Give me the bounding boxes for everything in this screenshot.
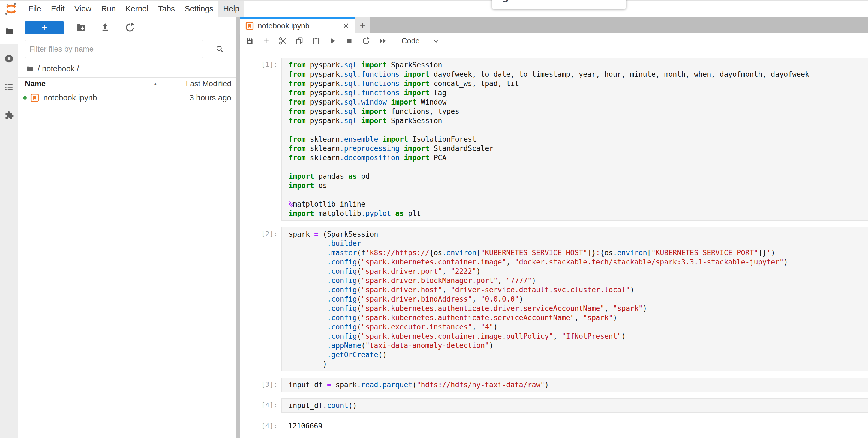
code-cell[interactable]: [1]:from pyspark.sql import SparkSession… bbox=[240, 58, 868, 221]
chevron-down-icon[interactable] bbox=[433, 37, 440, 45]
new-launcher-button[interactable]: + bbox=[25, 21, 64, 34]
sidebar-tab-running-sessions[interactable] bbox=[0, 45, 18, 73]
paste-cells-button[interactable] bbox=[311, 35, 321, 47]
notebook-toolbar: Code bbox=[240, 33, 868, 49]
code-line: .config("spark.driver.bindAddress", "0.0… bbox=[288, 294, 868, 304]
cell-prompt: [4]: bbox=[240, 419, 281, 433]
code-line: from pyspark.sql.functions import dayofw… bbox=[288, 69, 868, 79]
running-indicator-dot bbox=[23, 96, 27, 99]
code-line: from pyspark.sql.functions import lag bbox=[288, 88, 868, 97]
menu-item-tabs[interactable]: Tabs bbox=[153, 1, 180, 17]
code-line: import pandas as pd bbox=[288, 172, 868, 181]
code-cell[interactable]: [3]:input_df = spark.read.parquet("hdfs:… bbox=[240, 378, 868, 392]
browser-popup: github.com bbox=[492, 0, 626, 9]
file-row[interactable]: notebook.ipynb 3 hours ago bbox=[18, 90, 236, 105]
code-line: .config("spark.driver.blockManager.port"… bbox=[288, 276, 868, 285]
column-header-name[interactable]: Name ▲ bbox=[18, 78, 162, 90]
menu: FileEditViewRunKernelTabsSettingsHelp bbox=[24, 1, 244, 17]
code-line bbox=[288, 190, 868, 200]
code-line: .master(f'k8s://https://{os.environ["KUB… bbox=[288, 248, 868, 257]
notebook-file-icon bbox=[30, 93, 39, 102]
code-line: .config("spark.executor.instances", "4") bbox=[288, 322, 868, 331]
menu-item-help[interactable]: Help bbox=[218, 1, 244, 17]
code-line: input_df.count() bbox=[288, 401, 868, 410]
column-header-last-modified[interactable]: Last Modified bbox=[162, 80, 236, 88]
code-line bbox=[288, 163, 868, 172]
save-icon bbox=[245, 37, 254, 45]
code-line: from pyspark.sql.functions import concat… bbox=[288, 79, 868, 88]
code-line: .builder bbox=[288, 239, 868, 248]
restart-run-all-button[interactable] bbox=[377, 35, 388, 47]
restart-kernel-button[interactable] bbox=[361, 35, 371, 47]
code-line: .config("spark.kubernetes.container.imag… bbox=[288, 331, 868, 341]
close-icon bbox=[342, 22, 350, 30]
menu-item-kernel[interactable]: Kernel bbox=[121, 1, 153, 17]
sidebar-tab-table-of-contents[interactable] bbox=[0, 73, 18, 101]
menu-item-file[interactable]: File bbox=[24, 1, 46, 17]
list-icon bbox=[4, 82, 14, 92]
filter-files-input[interactable] bbox=[25, 40, 203, 58]
cut-cells-button[interactable] bbox=[277, 35, 288, 47]
tab-title: notebook.ipynb bbox=[258, 22, 338, 30]
sort-ascending-icon: ▲ bbox=[153, 81, 157, 86]
sidebar-resizer[interactable] bbox=[236, 17, 240, 438]
stop-kernel-button[interactable] bbox=[344, 35, 355, 47]
tab-notebook[interactable]: notebook.ipynb bbox=[240, 17, 354, 33]
run-cell-button[interactable] bbox=[327, 35, 338, 47]
cell-prompt: [1]: bbox=[240, 58, 281, 221]
breadcrumb-path[interactable]: / notebook / bbox=[38, 64, 79, 74]
plus-icon bbox=[262, 37, 270, 45]
cell-editor[interactable]: input_df.count() bbox=[281, 399, 868, 413]
menu-item-settings[interactable]: Settings bbox=[180, 1, 218, 17]
cell-prompt: [4]: bbox=[240, 399, 281, 413]
close-tab-button[interactable] bbox=[342, 22, 350, 30]
refresh-button[interactable] bbox=[124, 22, 136, 34]
output-text: 12106669 bbox=[281, 419, 868, 433]
clipboard-icon bbox=[312, 37, 320, 45]
code-line: from pyspark.sql import SparkSession bbox=[288, 116, 868, 125]
code-line: input_df = spark.read.parquet("hdfs://hd… bbox=[288, 380, 868, 389]
cell-prompt: [2]: bbox=[240, 227, 281, 371]
copy-cells-button[interactable] bbox=[294, 35, 305, 47]
code-line: .config("spark.kubernetes.container.imag… bbox=[288, 257, 868, 267]
add-cell-button[interactable] bbox=[261, 35, 272, 47]
cell-editor[interactable]: from pyspark.sql import SparkSessionfrom… bbox=[281, 58, 868, 221]
code-line bbox=[288, 125, 868, 135]
file-modified: 3 hours ago bbox=[189, 93, 236, 103]
new-tab-button[interactable]: + bbox=[355, 17, 370, 33]
cell-editor[interactable]: spark = (SparkSession .builder .master(f… bbox=[281, 227, 868, 371]
code-line: from sklearn.preprocessing import Standa… bbox=[288, 144, 868, 153]
code-line: .getOrCreate() bbox=[288, 350, 868, 359]
menu-item-run[interactable]: Run bbox=[96, 1, 121, 17]
code-line: from pyspark.sql import functions, types bbox=[288, 107, 868, 116]
code-cell[interactable]: [4]:input_df.count() bbox=[240, 399, 868, 413]
breadcrumb[interactable]: / notebook / bbox=[18, 58, 236, 78]
cell-editor[interactable]: input_df = spark.read.parquet("hdfs://hd… bbox=[281, 378, 868, 392]
code-line: from pyspark.sql import SparkSession bbox=[288, 60, 868, 69]
code-cell[interactable]: [2]:spark = (SparkSession .builder .mast… bbox=[240, 227, 868, 371]
menu-item-edit[interactable]: Edit bbox=[46, 1, 69, 17]
output-area[interactable]: [4]:12106669 bbox=[240, 419, 868, 433]
file-browser-panel: + bbox=[18, 18, 236, 438]
file-name: notebook.ipynb bbox=[43, 93, 97, 103]
menu-item-view[interactable]: View bbox=[69, 1, 96, 17]
sidebar-tab-file-browser[interactable] bbox=[0, 18, 18, 45]
scissors-icon bbox=[278, 36, 287, 45]
notebook-cells: [1]:from pyspark.sql import SparkSession… bbox=[240, 49, 868, 438]
sidebar-tab-strip bbox=[0, 18, 18, 438]
copy-icon bbox=[295, 37, 304, 45]
code-line: .config("spark.driver.host", "driver-ser… bbox=[288, 285, 868, 294]
save-button[interactable] bbox=[244, 35, 255, 47]
sidebar-tab-extensions[interactable] bbox=[0, 101, 18, 129]
upload-button[interactable] bbox=[99, 22, 111, 34]
code-line: import matplotlib.pyplot as plt bbox=[288, 209, 868, 218]
code-line: .config("spark.driver.port", "2222") bbox=[288, 267, 868, 276]
code-line: .config("spark.kubernetes.authenticate.d… bbox=[288, 304, 868, 313]
file-list-header: Name ▲ Last Modified bbox=[18, 78, 236, 90]
filter-box bbox=[25, 40, 229, 58]
file-browser-toolbar: + bbox=[25, 21, 236, 34]
fast-forward-icon bbox=[378, 36, 387, 45]
refresh-icon bbox=[125, 22, 135, 33]
new-folder-button[interactable] bbox=[75, 22, 87, 34]
cell-type-dropdown[interactable]: Code bbox=[401, 36, 420, 45]
